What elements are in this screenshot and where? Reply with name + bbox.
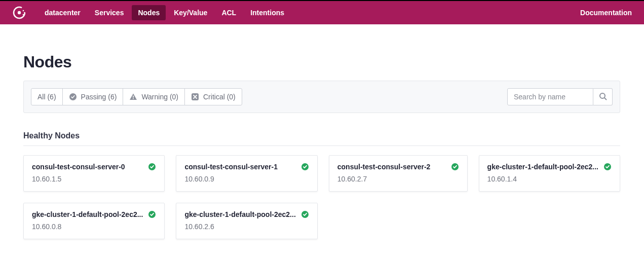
status-passing-icon <box>603 163 612 171</box>
page-main: Nodes All (6) Passing (6) Warning (0) <box>0 24 643 257</box>
node-name: gke-cluster-1-default-pool-2ec2... <box>487 163 598 171</box>
node-card[interactable]: gke-cluster-1-default-pool-2ec2...10.60.… <box>176 203 317 239</box>
warning-triangle-icon <box>129 93 137 101</box>
filter-critical[interactable]: Critical (0) <box>184 88 242 105</box>
filter-bar: All (6) Passing (6) Warning (0) Critical… <box>23 81 620 113</box>
filter-tabs: All (6) Passing (6) Warning (0) Critical… <box>31 88 242 105</box>
consul-logo[interactable] <box>12 6 26 20</box>
node-name: consul-test-consul-server-1 <box>184 163 295 171</box>
filter-passing[interactable]: Passing (6) <box>62 88 124 105</box>
node-ip: 10.60.0.8 <box>32 223 156 231</box>
search-input[interactable] <box>507 88 593 105</box>
filter-all[interactable]: All (6) <box>31 88 63 105</box>
filter-warning-label: Warning (0) <box>141 93 178 101</box>
nav-intentions[interactable]: Intentions <box>244 5 290 20</box>
svg-point-2 <box>23 10 24 12</box>
filter-critical-label: Critical (0) <box>203 93 236 101</box>
search-button[interactable] <box>593 88 613 105</box>
node-ip: 10.60.0.9 <box>184 175 309 183</box>
svg-rect-6 <box>133 96 134 98</box>
node-card[interactable]: gke-cluster-1-default-pool-2ec2...10.60.… <box>23 203 165 239</box>
nav-acl[interactable]: ACL <box>215 5 242 20</box>
page-title: Nodes <box>23 53 620 71</box>
nav-datacenter[interactable]: datacenter <box>39 5 87 20</box>
nav-documentation[interactable]: Documentation <box>580 9 632 17</box>
filter-warning[interactable]: Warning (0) <box>123 88 185 105</box>
svg-line-10 <box>604 98 607 100</box>
status-passing-icon <box>451 163 459 171</box>
nav-nodes[interactable]: Nodes <box>132 5 166 20</box>
node-ip: 10.60.1.4 <box>487 175 612 183</box>
search-icon <box>599 92 607 102</box>
svg-point-1 <box>18 11 21 14</box>
node-name: consul-test-consul-server-2 <box>337 163 446 171</box>
node-name: gke-cluster-1-default-pool-2ec2... <box>184 210 295 218</box>
top-navbar: datacenter Services Nodes Key/Value ACL … <box>0 0 644 24</box>
filter-passing-label: Passing (6) <box>81 93 117 101</box>
section-title-healthy: Healthy Nodes <box>23 131 620 146</box>
svg-point-4 <box>23 14 24 16</box>
svg-point-3 <box>24 12 25 14</box>
node-card[interactable]: consul-test-consul-server-110.60.0.9 <box>176 155 317 192</box>
node-card[interactable]: gke-cluster-1-default-pool-2ec2...10.60.… <box>479 155 620 192</box>
status-passing-icon <box>301 210 309 218</box>
node-ip: 10.60.2.7 <box>337 175 459 183</box>
svg-point-7 <box>133 98 134 99</box>
node-card-grid: consul-test-consul-server-010.60.1.5cons… <box>23 155 620 239</box>
nav-items: datacenter Services Nodes Key/Value ACL … <box>39 5 580 20</box>
status-passing-icon <box>301 163 309 171</box>
node-ip: 10.60.2.6 <box>184 223 309 231</box>
nav-services[interactable]: Services <box>89 5 130 20</box>
search-wrap <box>507 88 613 105</box>
nav-keyvalue[interactable]: Key/Value <box>168 5 213 20</box>
x-square-icon <box>191 93 199 101</box>
node-name: consul-test-consul-server-0 <box>32 163 143 171</box>
node-card[interactable]: consul-test-consul-server-210.60.2.7 <box>329 155 468 192</box>
status-passing-icon <box>148 210 156 218</box>
check-circle-icon <box>69 93 77 101</box>
node-ip: 10.60.1.5 <box>32 175 156 183</box>
node-name: gke-cluster-1-default-pool-2ec2... <box>32 210 143 218</box>
node-card[interactable]: consul-test-consul-server-010.60.1.5 <box>23 155 165 192</box>
status-passing-icon <box>148 163 156 171</box>
filter-all-label: All (6) <box>37 93 56 101</box>
